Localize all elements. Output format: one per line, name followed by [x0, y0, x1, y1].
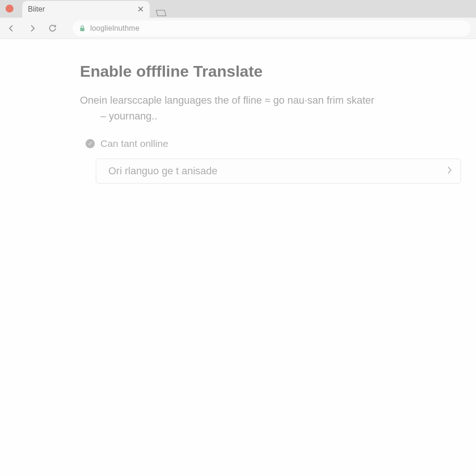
page-description-line1: Onein learsccaple languages the of fline…: [80, 94, 374, 106]
forward-button[interactable]: [26, 22, 38, 34]
chevron-right-icon: [447, 166, 452, 176]
address-text: looglielnuthme: [90, 24, 139, 33]
status-row: ✓ Can tant onlline: [86, 138, 476, 149]
close-icon[interactable]: ✕: [137, 5, 144, 13]
address-bar[interactable]: looglielnuthme: [73, 20, 470, 36]
page-content: Enable offfline Translate Onein learscca…: [0, 39, 476, 476]
tab-favicon: [6, 5, 13, 13]
status-text: Can tant onlline: [100, 138, 168, 149]
check-icon: ✓: [86, 139, 95, 148]
reload-button[interactable]: [46, 22, 59, 34]
option-label: Ori rlanguo ge t anisade: [108, 165, 218, 177]
page-title: Enable offfline Translate: [80, 62, 476, 80]
new-tab-button[interactable]: [154, 8, 167, 18]
language-option-row[interactable]: Ori rlanguo ge t anisade: [96, 159, 461, 184]
lock-icon: [79, 25, 86, 32]
page-description-line2: – yournang..: [80, 108, 405, 124]
back-button[interactable]: [6, 22, 18, 34]
browser-tab[interactable]: Biiter ✕: [22, 1, 150, 18]
tab-strip: Biiter ✕: [0, 0, 476, 18]
browser-toolbar: looglielnuthme: [0, 18, 476, 39]
tab-title: Biiter: [28, 5, 132, 13]
svg-rect-0: [80, 28, 85, 31]
page-description: Onein learsccaple languages the of fline…: [80, 93, 405, 124]
